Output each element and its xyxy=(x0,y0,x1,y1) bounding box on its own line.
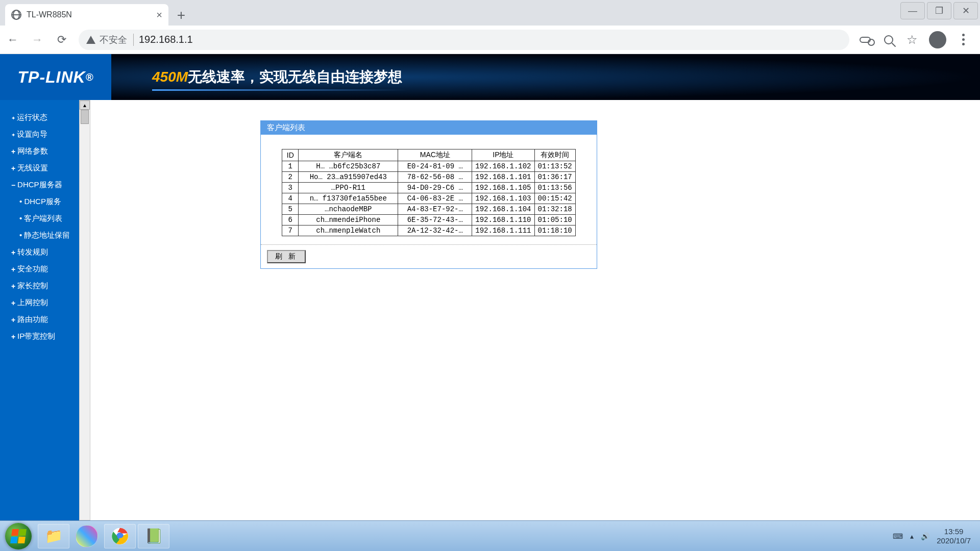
table-row: 7ch…nmenpleWatch2A-12-32-42-…192.168.1.1… xyxy=(282,226,575,236)
sidebar-item[interactable]: 运行状态 xyxy=(0,109,79,126)
sidebar-item[interactable]: 上网控制 xyxy=(0,294,79,311)
sidebar-subitem[interactable]: 客户端列表 xyxy=(0,210,79,227)
security-indicator[interactable]: 不安全 xyxy=(86,34,134,46)
start-button[interactable] xyxy=(5,523,32,549)
cell-ip: 192.168.1.111 xyxy=(472,226,534,236)
table-row: 5…nchaodeMBPA4-83-E7-92-…192.168.1.10401… xyxy=(282,204,575,215)
sidebar-subitem[interactable]: DHCP服务 xyxy=(0,193,79,210)
bookmark-icon[interactable]: ☆ xyxy=(905,33,919,46)
browser-icon-1[interactable] xyxy=(76,525,98,547)
cell-mac: 2A-12-32-42-… xyxy=(398,226,472,236)
browser-toolbar: ← → ⟳ 不安全 192.168.1.1 ☆ xyxy=(0,26,980,54)
sidebar-item[interactable]: 无线设置 xyxy=(0,160,79,177)
cell-name: ch…nmendeiPhone xyxy=(299,215,398,226)
taskbar: 📁 📗 ⌨ ▴ 🔊 13:59 2020/10/7 xyxy=(0,520,980,551)
cell-time: 00:15:42 xyxy=(534,193,575,204)
sidebar-item[interactable]: DHCP服务器 xyxy=(0,177,79,193)
close-window-button[interactable]: ✕ xyxy=(953,2,978,19)
minimize-button[interactable]: — xyxy=(900,2,925,19)
sidebar-item[interactable]: 安全功能 xyxy=(0,261,79,278)
clock[interactable]: 13:59 2020/10/7 xyxy=(937,527,971,545)
cell-id: 1 xyxy=(282,161,299,172)
search-icon[interactable] xyxy=(882,33,895,46)
sidebar: 运行状态设置向导网络参数无线设置DHCP服务器DHCP服务客户端列表静态地址保留… xyxy=(0,100,79,520)
cell-id: 2 xyxy=(282,172,299,183)
cell-ip: 192.168.1.102 xyxy=(472,161,534,172)
cell-ip: 192.168.1.103 xyxy=(472,193,534,204)
table-header-row: ID 客户端名 MAC地址 IP地址 有效时间 xyxy=(282,149,575,161)
date-text: 2020/10/7 xyxy=(937,536,971,545)
sidebar-item[interactable]: 网络参数 xyxy=(0,143,79,160)
tray-chevron-icon[interactable]: ▴ xyxy=(910,532,914,540)
warning-icon xyxy=(86,36,95,44)
cell-time: 01:13:56 xyxy=(534,183,575,193)
col-id: ID xyxy=(282,149,299,161)
banner-accent: 450M xyxy=(152,69,188,85)
cell-ip: 192.168.1.105 xyxy=(472,183,534,193)
cell-ip: 192.168.1.101 xyxy=(472,172,534,183)
volume-icon[interactable]: 🔊 xyxy=(921,532,929,540)
browser-chrome: TL-WR885N × + — ❐ ✕ ← → ⟳ 不安全 192.168.1.… xyxy=(0,0,980,54)
new-tab-button[interactable]: + xyxy=(171,5,191,26)
tab-title: TL-WR885N xyxy=(27,10,151,19)
chrome-icon[interactable] xyxy=(104,524,136,548)
cell-id: 3 xyxy=(282,183,299,193)
notes-icon[interactable]: 📗 xyxy=(138,524,169,548)
cell-name: …PPO-R11 xyxy=(299,183,398,193)
scroll-up-icon[interactable]: ▲ xyxy=(80,101,90,110)
time-text: 13:59 xyxy=(937,527,971,536)
cell-time: 01:18:10 xyxy=(534,226,575,236)
sidebar-item[interactable]: 家长控制 xyxy=(0,278,79,294)
url-text: 192.168.1.1 xyxy=(139,34,193,45)
close-icon[interactable]: × xyxy=(156,9,162,21)
client-list-panel: 客户端列表 ID 客户端名 MAC地址 IP地址 有效时间 1H… …b6fc2… xyxy=(260,120,597,269)
reload-button[interactable]: ⟳ xyxy=(54,32,69,47)
toolbar-right: ☆ xyxy=(859,31,975,48)
cell-name: Ho… 23…a915907ed43 xyxy=(299,172,398,183)
main-area: 客户端列表 ID 客户端名 MAC地址 IP地址 有效时间 1H… …b6fc2… xyxy=(92,100,980,520)
cell-mac: C4-06-83-2E … xyxy=(398,193,472,204)
back-button[interactable]: ← xyxy=(5,32,20,47)
cell-mac: A4-83-E7-92-… xyxy=(398,204,472,215)
window-controls: — ❐ ✕ xyxy=(900,0,980,19)
explorer-icon[interactable]: 📁 xyxy=(38,524,69,548)
banner-slogan: 无线速率，实现无线自由连接梦想 xyxy=(188,69,402,85)
sidebar-item[interactable]: 设置向导 xyxy=(0,126,79,143)
cell-time: 01:36:17 xyxy=(534,172,575,183)
keyboard-icon[interactable]: ⌨ xyxy=(893,532,903,540)
table-row: 2Ho… 23…a915907ed4378-62-56-08 …192.168.… xyxy=(282,172,575,183)
cell-id: 7 xyxy=(282,226,299,236)
cell-id: 6 xyxy=(282,215,299,226)
profile-avatar[interactable] xyxy=(929,31,946,48)
cell-name: n… f13730fe1a55bee xyxy=(299,193,398,204)
refresh-button[interactable]: 刷 新 xyxy=(267,250,306,263)
cell-name: H… …b6fc25b3c87 xyxy=(299,161,398,172)
cell-name: …nchaodeMBP xyxy=(299,204,398,215)
panel-body: ID 客户端名 MAC地址 IP地址 有效时间 1H… …b6fc25b3c87… xyxy=(261,135,597,245)
maximize-button[interactable]: ❐ xyxy=(927,2,951,19)
banner-underline xyxy=(152,89,407,91)
menu-icon[interactable] xyxy=(957,33,970,46)
key-icon[interactable] xyxy=(859,33,872,46)
sidebar-item[interactable]: 路由功能 xyxy=(0,311,79,328)
cell-time: 01:32:18 xyxy=(534,204,575,215)
panel-footer: 刷 新 xyxy=(261,245,597,268)
cell-mac: 94-D0-29-C6 … xyxy=(398,183,472,193)
cell-time: 01:05:10 xyxy=(534,215,575,226)
address-bar[interactable]: 不安全 192.168.1.1 xyxy=(79,30,849,50)
col-name: 客户端名 xyxy=(299,149,398,161)
cell-ip: 192.168.1.110 xyxy=(472,215,534,226)
col-ip: IP地址 xyxy=(472,149,534,161)
sidebar-item[interactable]: 转发规则 xyxy=(0,244,79,261)
table-row: 6ch…nmendeiPhone6E-35-72-43-…192.168.1.1… xyxy=(282,215,575,226)
scroll-thumb[interactable] xyxy=(81,110,89,124)
sidebar-scrollbar[interactable]: ▲ xyxy=(79,100,90,520)
forward-button[interactable]: → xyxy=(30,32,45,47)
sidebar-subitem[interactable]: 静态地址保留 xyxy=(0,227,79,244)
sidebar-wrap: 运行状态设置向导网络参数无线设置DHCP服务器DHCP服务客户端列表静态地址保留… xyxy=(0,100,92,520)
col-time: 有效时间 xyxy=(534,149,575,161)
browser-tab[interactable]: TL-WR885N × xyxy=(5,4,168,26)
cell-time: 01:13:52 xyxy=(534,161,575,172)
col-mac: MAC地址 xyxy=(398,149,472,161)
sidebar-item[interactable]: IP带宽控制 xyxy=(0,328,79,345)
